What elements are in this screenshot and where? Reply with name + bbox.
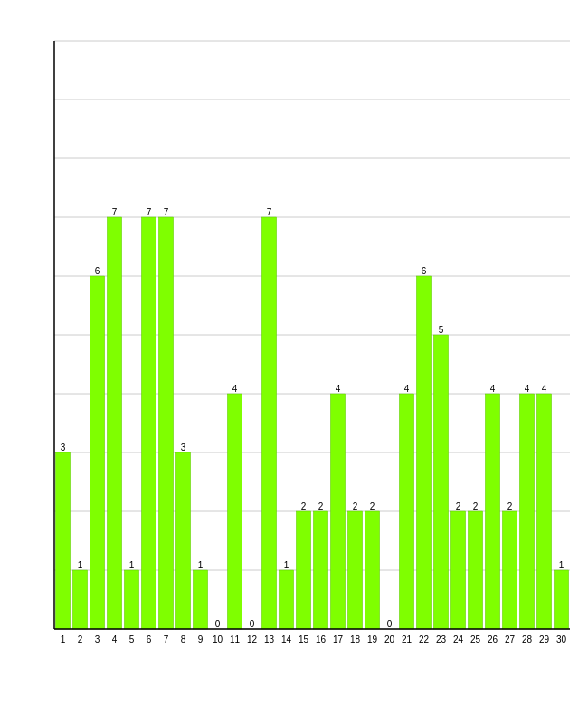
svg-text:9: 9 — [198, 634, 204, 644]
svg-text:0: 0 — [215, 619, 221, 629]
svg-text:23: 23 — [436, 634, 447, 644]
svg-text:27: 27 — [505, 634, 516, 644]
svg-rect-31 — [107, 217, 121, 629]
svg-text:1: 1 — [559, 560, 564, 570]
chart-svg: 0123456789103112637415767738190104110127… — [50, 32, 574, 665]
svg-text:1: 1 — [198, 560, 204, 570]
svg-rect-100 — [519, 394, 534, 629]
svg-rect-88 — [450, 511, 465, 629]
svg-text:13: 13 — [264, 634, 275, 644]
svg-text:1: 1 — [78, 560, 83, 570]
svg-text:10: 10 — [213, 634, 223, 644]
svg-rect-46 — [193, 570, 207, 629]
svg-rect-56 — [261, 217, 276, 629]
svg-rect-103 — [536, 394, 551, 629]
chart-title — [0, 0, 588, 13]
svg-text:7: 7 — [164, 634, 169, 644]
svg-text:3: 3 — [181, 443, 186, 452]
svg-text:26: 26 — [488, 634, 498, 644]
svg-rect-85 — [433, 335, 448, 629]
svg-text:4: 4 — [112, 634, 118, 644]
svg-text:18: 18 — [350, 634, 361, 644]
svg-rect-82 — [416, 276, 431, 629]
svg-rect-97 — [502, 511, 517, 629]
svg-rect-68 — [330, 394, 345, 629]
svg-rect-28 — [90, 276, 104, 629]
svg-text:6: 6 — [422, 266, 427, 276]
svg-text:21: 21 — [402, 634, 413, 644]
svg-text:4: 4 — [542, 384, 547, 394]
svg-text:7: 7 — [267, 207, 272, 217]
svg-text:4: 4 — [336, 384, 341, 394]
svg-rect-43 — [175, 452, 190, 629]
svg-text:4: 4 — [232, 384, 238, 394]
svg-rect-25 — [72, 570, 87, 629]
svg-rect-65 — [313, 511, 327, 629]
svg-rect-71 — [347, 511, 362, 629]
svg-text:30: 30 — [556, 634, 567, 644]
svg-text:8: 8 — [181, 634, 186, 644]
svg-text:2: 2 — [301, 501, 307, 511]
svg-rect-59 — [279, 570, 293, 629]
chart-container: 0123456789103112637415767738190104110127… — [0, 0, 588, 724]
svg-rect-51 — [227, 394, 242, 629]
svg-text:20: 20 — [384, 634, 395, 644]
svg-text:6: 6 — [95, 266, 100, 276]
svg-text:4: 4 — [490, 384, 496, 394]
svg-text:16: 16 — [316, 634, 327, 644]
svg-text:3: 3 — [61, 443, 66, 452]
svg-text:0: 0 — [387, 619, 393, 629]
svg-text:2: 2 — [318, 501, 324, 511]
svg-text:28: 28 — [522, 634, 533, 644]
svg-rect-34 — [124, 570, 138, 629]
chart-area: 0123456789103112637415767738190104110127… — [50, 32, 574, 665]
svg-text:0: 0 — [250, 619, 255, 629]
svg-rect-37 — [141, 217, 156, 629]
svg-text:2: 2 — [78, 634, 83, 644]
svg-text:15: 15 — [299, 634, 309, 644]
svg-text:7: 7 — [147, 207, 152, 217]
svg-rect-91 — [468, 511, 482, 629]
svg-text:11: 11 — [230, 634, 241, 644]
svg-text:2: 2 — [473, 501, 479, 511]
svg-rect-79 — [399, 394, 413, 629]
svg-rect-106 — [554, 570, 568, 629]
svg-text:19: 19 — [367, 634, 378, 644]
svg-text:2: 2 — [507, 501, 513, 511]
svg-rect-22 — [55, 452, 70, 629]
svg-text:17: 17 — [333, 634, 344, 644]
svg-text:2: 2 — [370, 501, 375, 511]
svg-text:29: 29 — [539, 634, 550, 644]
svg-text:25: 25 — [470, 634, 481, 644]
svg-text:2: 2 — [456, 501, 461, 511]
svg-rect-62 — [296, 511, 310, 629]
svg-text:7: 7 — [164, 207, 169, 217]
svg-text:5: 5 — [439, 325, 444, 335]
svg-text:1: 1 — [129, 560, 135, 570]
svg-rect-74 — [365, 511, 379, 629]
svg-text:5: 5 — [129, 634, 135, 644]
svg-rect-40 — [158, 217, 173, 629]
svg-text:24: 24 — [453, 634, 464, 644]
svg-text:4: 4 — [525, 384, 530, 394]
svg-text:14: 14 — [281, 634, 292, 644]
svg-text:3: 3 — [95, 634, 100, 644]
svg-text:2: 2 — [353, 501, 358, 511]
svg-rect-94 — [485, 394, 499, 629]
svg-text:7: 7 — [112, 207, 118, 217]
svg-text:1: 1 — [61, 634, 66, 644]
svg-text:4: 4 — [404, 384, 410, 394]
svg-text:1: 1 — [284, 560, 289, 570]
svg-text:12: 12 — [247, 634, 258, 644]
svg-text:22: 22 — [419, 634, 430, 644]
svg-text:6: 6 — [147, 634, 152, 644]
